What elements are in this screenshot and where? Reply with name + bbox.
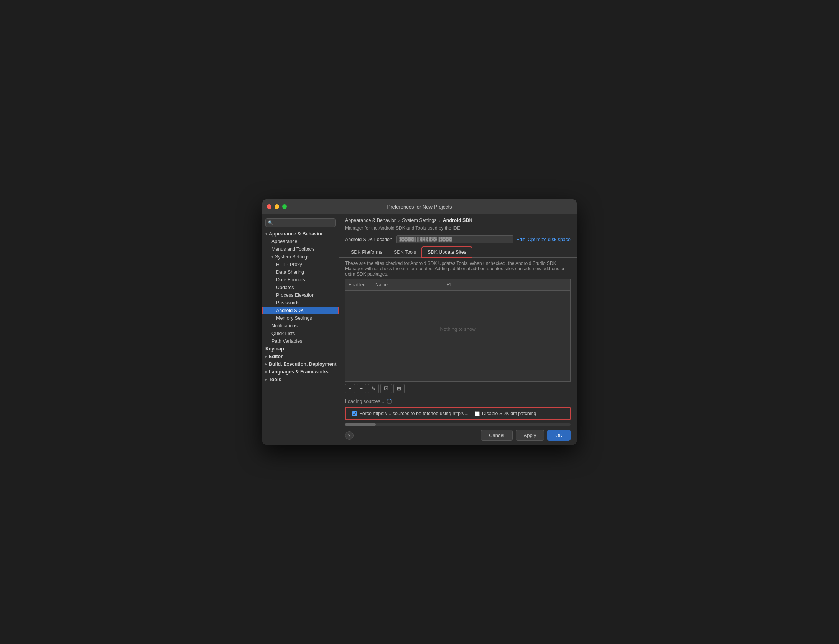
remove-button[interactable]: − xyxy=(357,384,367,393)
sidebar-item-quick-lists[interactable]: Quick Lists xyxy=(262,330,339,337)
table-description: These are the sites checked for Android … xyxy=(339,258,577,279)
tabs-row: SDK Platforms SDK Tools SDK Update Sites xyxy=(339,246,577,258)
edit-link[interactable]: Edit xyxy=(517,237,525,242)
minimize-button[interactable] xyxy=(275,204,279,209)
sidebar-item-memory-settings[interactable]: Memory Settings xyxy=(262,314,339,322)
main-content: 🔍 ▾ Appearance & Behavior Appearance Men… xyxy=(262,214,577,445)
breadcrumb-sep-1: › xyxy=(398,218,400,223)
sdk-location-input[interactable] xyxy=(396,235,513,243)
sidebar-item-http-proxy[interactable]: HTTP Proxy xyxy=(262,261,339,268)
chevron-right-icon: ▸ xyxy=(265,362,267,366)
disable-sdk-diff-option[interactable]: Disable SDK diff patching xyxy=(475,411,536,416)
toolbar-row: + − ✎ ☑ ⊟ xyxy=(339,382,577,396)
check-button[interactable]: ☑ xyxy=(380,384,392,393)
footer-buttons: ? Cancel Apply OK xyxy=(339,426,577,445)
breadcrumb-sep-2: › xyxy=(439,218,441,223)
force-https-checkbox[interactable] xyxy=(352,411,357,416)
sidebar-item-data-sharing[interactable]: Data Sharing xyxy=(262,268,339,276)
footer-left: ? xyxy=(345,430,478,441)
sidebar-item-path-variables[interactable]: Path Variables xyxy=(262,337,339,345)
loading-text: Loading sources... xyxy=(345,399,384,404)
title-bar: Preferences for New Projects xyxy=(262,199,577,214)
sidebar-item-passwords[interactable]: Passwords xyxy=(262,299,339,307)
tab-sdk-update-sites[interactable]: SDK Update Sites xyxy=(422,247,472,258)
close-button[interactable] xyxy=(267,204,271,209)
page-description: Manager for the Android SDK and Tools us… xyxy=(339,225,577,234)
footer-right: Cancel Apply OK xyxy=(481,430,571,441)
force-https-option[interactable]: Force https://... sources to be fetched … xyxy=(352,411,469,416)
sidebar-item-tools[interactable]: ▸ Tools xyxy=(262,376,339,383)
empty-message: Nothing to show xyxy=(345,291,570,367)
sidebar-item-process-elevation[interactable]: Process Elevation xyxy=(262,291,339,299)
right-panel: Appearance & Behavior › System Settings … xyxy=(339,214,577,445)
search-icon: 🔍 xyxy=(268,220,273,225)
help-button[interactable]: ? xyxy=(345,431,354,440)
table-header: Enabled Name URL xyxy=(345,279,570,291)
sidebar-item-build-execution[interactable]: ▸ Build, Execution, Deployment xyxy=(262,360,339,368)
sidebar-item-keymap[interactable]: Keymap xyxy=(262,345,339,353)
window-title: Preferences for New Projects xyxy=(387,204,452,210)
sidebar: 🔍 ▾ Appearance & Behavior Appearance Men… xyxy=(262,214,339,445)
col-url: URL xyxy=(440,281,570,289)
breadcrumb: Appearance & Behavior › System Settings … xyxy=(339,214,577,225)
traffic-lights xyxy=(267,204,287,209)
sdk-location-row: Android SDK Location: Edit Optimize disk… xyxy=(339,234,577,246)
edit-button[interactable]: ✎ xyxy=(368,384,379,393)
sidebar-item-android-sdk[interactable]: Android SDK xyxy=(262,307,339,314)
search-box[interactable]: 🔍 xyxy=(265,219,336,227)
disable-sdk-diff-checkbox[interactable] xyxy=(475,411,480,416)
sidebar-item-notifications[interactable]: Notifications xyxy=(262,322,339,330)
chevron-right-icon: ▸ xyxy=(265,355,267,358)
optimize-disk-space-link[interactable]: Optimize disk space xyxy=(528,237,571,242)
maximize-button[interactable] xyxy=(282,204,287,209)
sdk-location-label: Android SDK Location: xyxy=(345,237,393,242)
loading-row: Loading sources... xyxy=(339,396,577,407)
sidebar-item-languages-frameworks[interactable]: ▸ Languages & Frameworks xyxy=(262,368,339,376)
sidebar-item-date-formats[interactable]: Date Formats xyxy=(262,276,339,284)
table-area: Enabled Name URL Nothing to show xyxy=(345,279,571,382)
bottom-options: Force https://... sources to be fetched … xyxy=(345,407,571,420)
uncheck-button[interactable]: ⊟ xyxy=(393,384,405,393)
sidebar-item-updates[interactable]: Updates xyxy=(262,284,339,291)
sidebar-item-system-settings[interactable]: ▾ System Settings xyxy=(262,253,339,261)
preferences-window: Preferences for New Projects 🔍 ▾ Appeara… xyxy=(262,199,577,445)
chevron-down-icon: ▾ xyxy=(265,232,267,236)
chevron-right-icon: ▸ xyxy=(265,370,267,374)
sidebar-item-menus-toolbars[interactable]: Menus and Toolbars xyxy=(262,245,339,253)
sidebar-item-appearance[interactable]: Appearance xyxy=(262,238,339,245)
add-button[interactable]: + xyxy=(345,384,355,393)
tab-sdk-tools[interactable]: SDK Tools xyxy=(388,247,422,258)
ok-button[interactable]: OK xyxy=(547,430,571,441)
chevron-right-icon: ▸ xyxy=(265,378,267,381)
sidebar-item-appearance-behavior[interactable]: ▾ Appearance & Behavior xyxy=(262,230,339,238)
sidebar-item-editor[interactable]: ▸ Editor xyxy=(262,353,339,360)
col-enabled: Enabled xyxy=(345,281,372,289)
tab-sdk-platforms[interactable]: SDK Platforms xyxy=(345,247,388,258)
search-input[interactable] xyxy=(275,220,333,225)
apply-button[interactable]: Apply xyxy=(516,430,545,441)
col-name: Name xyxy=(372,281,440,289)
loading-spinner xyxy=(387,399,392,404)
cancel-button[interactable]: Cancel xyxy=(481,430,512,441)
chevron-down-icon: ▾ xyxy=(271,255,273,259)
